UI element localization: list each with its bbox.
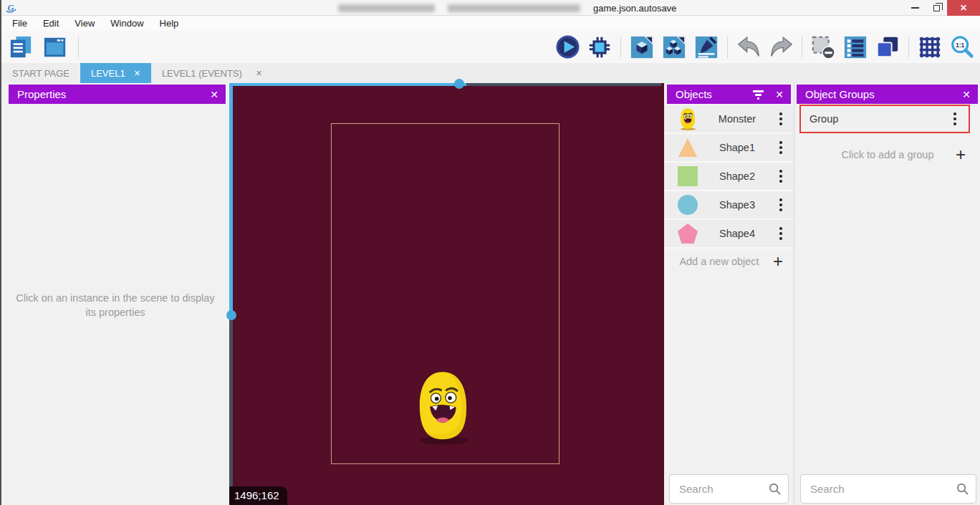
- project-manager-button[interactable]: [7, 34, 34, 61]
- object-menu-icon[interactable]: [776, 198, 786, 212]
- monster-instance[interactable]: [414, 368, 471, 446]
- gdevelop-logo-icon: G: [5, 1, 18, 14]
- toolbar-separator: [620, 37, 621, 58]
- window-title-text: game.json.autosave: [593, 3, 676, 14]
- objects-panel-header: Objects ✕: [667, 85, 791, 104]
- vertical-scrollbar-thumb[interactable]: [229, 83, 233, 315]
- minimize-icon: [911, 7, 919, 9]
- gdevelop-window: G game.json.autosave File Edit View Wind…: [0, 0, 980, 505]
- object-groups-icon: [662, 35, 686, 59]
- scrollbar-handle-left[interactable]: [226, 310, 236, 320]
- debugger-button[interactable]: [586, 34, 613, 61]
- instances-list-icon: [843, 35, 868, 59]
- groups-search-input[interactable]: [810, 483, 956, 495]
- monster-thumbnail: [677, 107, 698, 130]
- object-name: Shape3: [698, 199, 776, 211]
- start-page-button[interactable]: [42, 34, 69, 61]
- plus-icon: [956, 146, 966, 163]
- scene-properties-button[interactable]: [693, 34, 720, 61]
- object-name: Shape1: [698, 142, 776, 153]
- grid-icon: [918, 35, 942, 59]
- minimize-button[interactable]: [904, 0, 926, 16]
- menu-window[interactable]: Window: [102, 16, 151, 31]
- menu-edit[interactable]: Edit: [35, 16, 67, 31]
- redo-button[interactable]: [767, 34, 794, 61]
- objects-panel: Objects ✕: [664, 83, 793, 505]
- redo-icon: [768, 35, 794, 59]
- tab-start-page[interactable]: START PAGE: [1, 63, 80, 83]
- preview-play-button[interactable]: [554, 34, 581, 61]
- menu-file[interactable]: File: [4, 16, 35, 31]
- horizontal-scrollbar-track[interactable]: [466, 83, 661, 86]
- object-row-shape3[interactable]: Shape3: [664, 191, 793, 220]
- objects-list-icon: [630, 35, 654, 59]
- grid-button[interactable]: [916, 34, 943, 61]
- plus-icon: [773, 253, 783, 270]
- object-menu-icon[interactable]: [776, 169, 786, 183]
- object-menu-icon[interactable]: [776, 112, 786, 126]
- properties-panel-title: Properties: [17, 88, 66, 100]
- groups-search-box: [800, 474, 976, 504]
- menu-bar: File Edit View Window Help: [1, 16, 980, 31]
- zoom-1-1-icon: 1:1: [950, 35, 974, 59]
- zoom-reset-button[interactable]: 1:1: [948, 34, 976, 61]
- layers-button[interactable]: [874, 34, 901, 61]
- mask-selection-icon: [811, 35, 835, 59]
- menu-help[interactable]: Help: [152, 16, 187, 31]
- objects-search-input[interactable]: [679, 483, 769, 495]
- close-panel-icon[interactable]: ✕: [962, 89, 971, 100]
- square-thumbnail: [678, 166, 698, 186]
- horizontal-scrollbar-thumb[interactable]: [232, 83, 466, 86]
- restore-button[interactable]: [926, 0, 947, 16]
- scrollbar-handle-top[interactable]: [454, 79, 464, 89]
- object-groups-panel-header: Object Groups ✕: [797, 85, 978, 104]
- tab-label: START PAGE: [12, 68, 69, 79]
- close-events-tab[interactable]: ✕: [253, 63, 273, 83]
- redacted-title-text: [448, 4, 580, 12]
- properties-panel: Properties ✕ Click on an instance in the…: [1, 83, 229, 505]
- object-name: Monster: [698, 113, 776, 125]
- tab-level1[interactable]: LEVEL1 ✕: [80, 63, 151, 83]
- tab-bar: START PAGE LEVEL1 ✕ LEVEL1 (EVENTS) ✕: [1, 63, 980, 83]
- close-window-button[interactable]: [947, 0, 980, 16]
- hide-instances-button[interactable]: [810, 34, 837, 61]
- close-panel-icon[interactable]: ✕: [210, 89, 218, 100]
- add-group-label: Click to add a group: [842, 149, 934, 160]
- add-group-button[interactable]: Click to add a group: [795, 142, 980, 168]
- cursor-coordinates: 1496;162: [229, 486, 287, 505]
- object-row-shape2[interactable]: Shape2: [664, 163, 793, 191]
- undo-button[interactable]: [735, 34, 762, 61]
- redacted-title-text: [338, 4, 435, 12]
- tab-level1-events[interactable]: LEVEL1 (EVENTS): [151, 63, 253, 83]
- debugger-icon: [587, 35, 612, 59]
- objects-list-button[interactable]: [628, 34, 655, 61]
- object-menu-icon[interactable]: [776, 140, 786, 155]
- add-object-button[interactable]: Add a new object: [664, 249, 793, 274]
- close-tab-icon[interactable]: ✕: [134, 69, 140, 77]
- group-name: Group: [810, 113, 838, 125]
- instances-list-button[interactable]: [842, 34, 869, 61]
- group-row-highlighted[interactable]: Group: [799, 105, 970, 133]
- scene-canvas[interactable]: 1496;162: [229, 83, 664, 505]
- undo-icon: [736, 35, 762, 59]
- title-bar: G game.json.autosave: [1, 0, 980, 16]
- tab-label: LEVEL1 (EVENTS): [162, 68, 242, 79]
- object-row-shape1[interactable]: Shape1: [664, 134, 793, 163]
- object-groups-panel: Object Groups ✕ Group Click to add a gro…: [793, 83, 980, 505]
- restore-icon: [933, 5, 940, 11]
- add-object-label: Add a new object: [679, 256, 759, 267]
- object-row-monster[interactable]: Monster: [664, 105, 793, 134]
- vertical-scrollbar-track[interactable]: [229, 320, 233, 505]
- close-panel-icon[interactable]: ✕: [775, 89, 784, 100]
- toolbar-separator: [802, 37, 802, 58]
- search-icon: [769, 483, 781, 495]
- filter-icon[interactable]: [752, 89, 764, 100]
- object-groups-button[interactable]: [660, 34, 688, 61]
- svg-text:1:1: 1:1: [956, 41, 965, 48]
- object-name: Shape4: [698, 228, 776, 239]
- object-menu-icon[interactable]: [776, 226, 786, 241]
- menu-view[interactable]: View: [67, 16, 102, 31]
- object-row-shape4[interactable]: Shape4: [664, 220, 793, 249]
- objects-search-box: [669, 474, 789, 504]
- group-menu-icon[interactable]: [950, 112, 960, 126]
